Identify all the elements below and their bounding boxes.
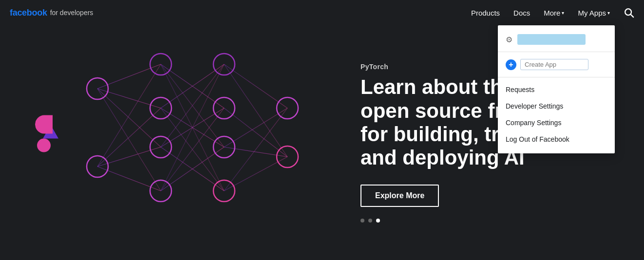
svg-line-26 [224, 64, 287, 108]
svg-line-4 [97, 89, 161, 147]
dropdown-create-app-row: + [498, 56, 615, 77]
dropdown-logout-item[interactable]: Log Out of Facebook [498, 131, 615, 148]
plus-icon: + [506, 59, 516, 70]
nav-logo-area: facebook for developers [10, 8, 93, 18]
nav-products-label: Products [471, 9, 500, 17]
carousel-dots [360, 219, 625, 223]
search-button[interactable] [624, 7, 634, 18]
carousel-dot-1[interactable] [360, 219, 364, 223]
nav-more-label: More [544, 9, 560, 17]
explore-more-button[interactable]: Explore More [360, 185, 439, 207]
hero-visual [0, 0, 341, 260]
svg-line-7 [97, 108, 161, 167]
svg-line-8 [97, 147, 161, 167]
for-developers-label: for developers [50, 9, 94, 17]
nav-products-link[interactable]: Products [471, 9, 500, 17]
dropdown-company-settings-item[interactable]: Company Settings [498, 114, 615, 131]
nav-more-link[interactable]: More ▾ [544, 9, 564, 17]
create-app-input[interactable] [520, 59, 588, 70]
neural-network-diagram [58, 25, 302, 235]
main-nav: facebook for developers Products Docs Mo… [0, 0, 644, 25]
carousel-dot-3[interactable] [376, 219, 380, 223]
myapps-dropdown: ⚙ + Requests Developer Settings Company … [498, 25, 615, 153]
more-chevron-icon: ▾ [562, 10, 564, 16]
dropdown-app-row: ⚙ [498, 31, 615, 52]
dropdown-requests-item[interactable]: Requests [498, 81, 615, 98]
pytorch-logo-shapes [29, 115, 60, 152]
nav-myapps-label: My Apps [578, 9, 606, 17]
gear-icon: ⚙ [506, 35, 512, 44]
myapps-chevron-icon: ▾ [607, 10, 610, 16]
dropdown-developer-settings-item[interactable]: Developer Settings [498, 98, 615, 114]
carousel-dot-2[interactable] [368, 219, 372, 223]
nav-docs-link[interactable]: Docs [513, 9, 530, 17]
svg-line-3 [97, 89, 161, 108]
svg-line-1 [631, 15, 634, 17]
facebook-logo[interactable]: facebook [10, 8, 47, 18]
app-name-bar [517, 34, 586, 45]
nav-docs-label: Docs [513, 9, 530, 17]
nav-myapps-link[interactable]: My Apps ▾ [578, 9, 610, 17]
nav-links: Products Docs More ▾ My Apps ▾ [471, 7, 634, 18]
